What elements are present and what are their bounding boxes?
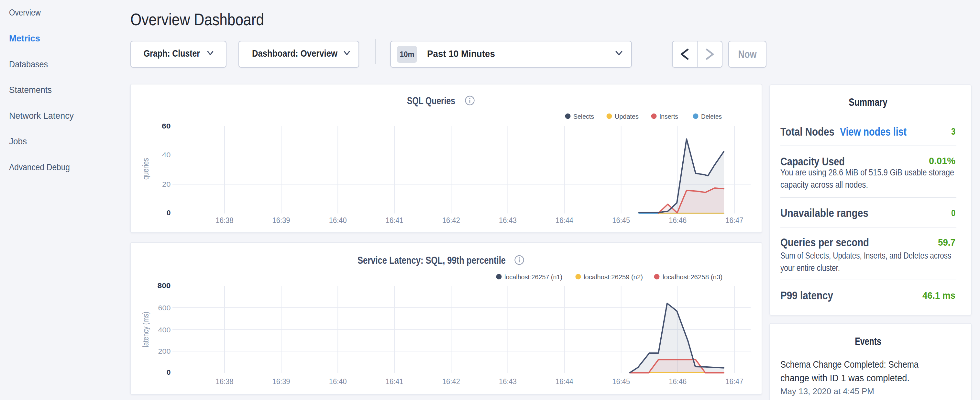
svg-text:Network Latency: Network Latency (9, 111, 74, 121)
svg-text:16:45: 16:45 (612, 377, 630, 386)
svg-text:latency (ms): latency (ms) (141, 312, 150, 347)
svg-text:16:38: 16:38 (216, 377, 234, 386)
svg-text:Overview Dashboard: Overview Dashboard (130, 10, 264, 29)
svg-text:46.1 ms: 46.1 ms (923, 290, 955, 301)
svg-text:600: 600 (158, 304, 171, 312)
svg-text:Updates: Updates (615, 113, 639, 120)
svg-text:Unavailable ranges: Unavailable ranges (780, 207, 869, 219)
svg-text:59.7: 59.7 (938, 237, 955, 247)
svg-text:16:41: 16:41 (386, 377, 404, 386)
svg-text:0: 0 (951, 207, 955, 218)
svg-text:You are using 28.6 MiB of 515.: You are using 28.6 MiB of 515.9 GiB usab… (780, 167, 954, 177)
svg-text:Summary: Summary (849, 96, 888, 108)
svg-text:Inserts: Inserts (659, 113, 678, 120)
svg-text:Selects: Selects (573, 113, 594, 120)
svg-text:Events: Events (855, 335, 881, 347)
svg-text:Overview: Overview (9, 8, 41, 18)
svg-text:localhost:26258 (n3): localhost:26258 (n3) (663, 273, 722, 280)
svg-text:localhost:26257 (n1): localhost:26257 (n1) (504, 273, 562, 280)
svg-text:May 13, 2020 at 4:45 PM: May 13, 2020 at 4:45 PM (780, 386, 874, 396)
svg-text:SQL Queries: SQL Queries (407, 95, 455, 107)
svg-text:your entire cluster.: your entire cluster. (780, 263, 840, 273)
svg-text:0.01%: 0.01% (929, 155, 955, 166)
svg-text:16:46: 16:46 (669, 377, 687, 386)
svg-text:16:44: 16:44 (555, 377, 573, 386)
svg-text:10m: 10m (400, 50, 414, 59)
svg-text:60: 60 (162, 122, 171, 130)
svg-text:Capacity Used: Capacity Used (780, 155, 845, 167)
svg-text:Jobs: Jobs (9, 136, 27, 146)
svg-text:40: 40 (162, 151, 170, 159)
svg-text:Queries per second: Queries per second (780, 236, 869, 249)
svg-text:16:47: 16:47 (725, 377, 743, 386)
svg-text:Dashboard: Overview: Dashboard: Overview (252, 48, 338, 59)
svg-text:800: 800 (158, 282, 171, 290)
svg-text:400: 400 (158, 326, 171, 334)
svg-text:Statements: Statements (9, 85, 52, 95)
svg-text:Service Latency: SQL, 99th per: Service Latency: SQL, 99th percentile (358, 254, 506, 266)
svg-text:0: 0 (167, 209, 171, 217)
svg-text:capacity across all nodes.: capacity across all nodes. (780, 180, 868, 190)
svg-text:Schema Change Completed: Schem: Schema Change Completed: Schema (780, 359, 918, 370)
svg-text:16:43: 16:43 (499, 377, 517, 386)
svg-text:16:41: 16:41 (386, 216, 404, 225)
svg-text:16:45: 16:45 (612, 216, 630, 225)
svg-text:P99 latency: P99 latency (780, 289, 833, 302)
svg-text:16:43: 16:43 (499, 216, 517, 225)
svg-text:Metrics: Metrics (9, 33, 40, 43)
svg-text:16:40: 16:40 (329, 377, 347, 386)
svg-text:16:47: 16:47 (725, 216, 743, 225)
svg-text:16:42: 16:42 (442, 377, 460, 386)
svg-text:Graph: Cluster: Graph: Cluster (144, 48, 200, 59)
svg-text:20: 20 (162, 180, 170, 188)
svg-text:Databases: Databases (9, 59, 48, 69)
svg-text:0: 0 (167, 368, 171, 376)
svg-text:16:39: 16:39 (272, 216, 290, 225)
svg-text:16:46: 16:46 (669, 216, 687, 225)
svg-text:View nodes list: View nodes list (840, 125, 907, 138)
svg-text:16:39: 16:39 (272, 377, 290, 386)
svg-text:16:42: 16:42 (442, 216, 460, 225)
svg-text:Past 10 Minutes: Past 10 Minutes (427, 48, 495, 59)
svg-text:Now: Now (738, 48, 757, 60)
svg-text:localhost:26259 (n2): localhost:26259 (n2) (584, 273, 643, 280)
svg-text:Deletes: Deletes (701, 113, 722, 120)
svg-text:16:38: 16:38 (216, 216, 234, 225)
svg-text:queries: queries (141, 158, 150, 180)
svg-text:3: 3 (951, 126, 955, 137)
svg-text:change with ID 1 was completed: change with ID 1 was completed. (780, 373, 910, 383)
svg-text:16:40: 16:40 (329, 216, 347, 225)
svg-text:200: 200 (158, 347, 171, 355)
svg-text:Advanced Debug: Advanced Debug (9, 162, 70, 172)
svg-text:16:44: 16:44 (555, 216, 573, 225)
svg-text:Sum of Selects, Updates, Inser: Sum of Selects, Updates, Inserts, and De… (780, 250, 951, 261)
svg-text:Total Nodes: Total Nodes (780, 125, 834, 138)
